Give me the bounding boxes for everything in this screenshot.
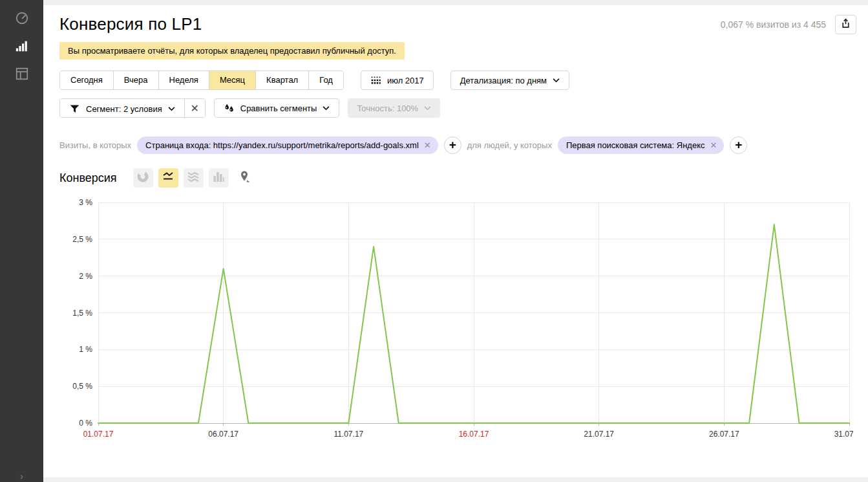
chart-type-columns-button xyxy=(209,168,229,188)
period-toolbar: Сегодня Вчера Неделя Месяц Квартал Год и… xyxy=(59,71,856,90)
svg-text:3 %: 3 % xyxy=(79,198,92,207)
segment-clear-button[interactable]: ✕ xyxy=(184,99,205,117)
dashboard-layout-icon[interactable] xyxy=(14,66,30,82)
svg-text:0 %: 0 % xyxy=(79,419,92,428)
segment-button[interactable]: Сегмент: 2 условия xyxy=(60,99,184,118)
people-condition-label: для людей, у которых xyxy=(467,140,552,150)
svg-text:06.07.17: 06.07.17 xyxy=(208,430,238,439)
svg-text:16.07.17: 16.07.17 xyxy=(459,430,489,439)
svg-text:1 %: 1 % xyxy=(79,345,92,354)
compare-segments-button[interactable]: Сравнить сегменты xyxy=(214,98,340,118)
tab-today[interactable]: Сегодня xyxy=(60,71,113,89)
svg-text:1,5 %: 1,5 % xyxy=(72,309,92,318)
svg-text:11.07.17: 11.07.17 xyxy=(333,430,363,439)
compare-segments-label: Сравнить сегменты xyxy=(240,104,317,113)
chart-svg: 0 %0,5 %1 %1,5 %2 %2,5 %3 %01.07.1706.07… xyxy=(59,197,853,442)
segment-toolbar: Сегмент: 2 условия ✕ Сравнить сег xyxy=(59,98,856,118)
conversion-line-chart[interactable]: 0 %0,5 %1 %1,5 %2 %2,5 %3 %01.07.1706.07… xyxy=(59,197,856,442)
chart-type-switcher xyxy=(133,168,255,188)
chip-close-icon[interactable]: ✕ xyxy=(710,140,717,150)
segment-group: Сегмент: 2 условия ✕ xyxy=(59,98,206,118)
add-visit-condition-button[interactable]: + xyxy=(444,137,461,154)
line-chart-icon xyxy=(162,170,175,186)
chevron-down-icon xyxy=(424,106,431,111)
svg-text:01.07.17: 01.07.17 xyxy=(83,430,114,439)
chart-section-header: Конверсия xyxy=(59,168,856,188)
chart-type-map-button[interactable] xyxy=(235,168,255,188)
visit-filter-chip[interactable]: Страница входа: https://yandex.ru/suppor… xyxy=(137,137,438,154)
filter-funnel-icon xyxy=(69,104,80,115)
svg-text:26.07.17: 26.07.17 xyxy=(709,430,739,439)
people-filter-text: Первая поисковая система: Яндекс xyxy=(566,140,705,150)
pie-chart-icon xyxy=(136,170,149,186)
calendar-grid-icon xyxy=(370,75,381,86)
tab-yesterday[interactable]: Вчера xyxy=(113,71,158,89)
tab-month[interactable]: Месяц xyxy=(209,71,255,89)
chevron-down-icon xyxy=(168,107,175,111)
filters-row: Визиты, в которых Страница входа: https:… xyxy=(59,137,856,154)
reports-bar-chart-icon[interactable] xyxy=(14,38,30,54)
summary-speedometer-icon[interactable] xyxy=(14,10,30,26)
visits-condition-label: Визиты, в которых xyxy=(59,140,131,150)
stacked-areas-icon xyxy=(187,170,200,186)
public-access-banner: Вы просматриваете отчёты, для которых вл… xyxy=(59,42,405,60)
people-filter-chip[interactable]: Первая поисковая система: Яндекс ✕ xyxy=(558,137,725,154)
detail-label: Детализация: по дням xyxy=(460,76,547,85)
export-icon xyxy=(840,18,851,31)
report-header: Конверсия по LP1 0,067 % визитов из 4 45… xyxy=(59,14,856,34)
period-tab-group: Сегодня Вчера Неделя Месяц Квартал Год xyxy=(59,71,344,90)
calendar-button[interactable]: июл 2017 xyxy=(361,71,434,90)
chip-close-icon[interactable]: ✕ xyxy=(424,140,431,150)
sidebar-expand-chevron-icon[interactable]: › xyxy=(20,471,23,481)
calendar-label: июл 2017 xyxy=(387,76,424,85)
tab-week[interactable]: Неделя xyxy=(158,71,209,89)
tab-year[interactable]: Год xyxy=(308,71,343,89)
svg-text:21.07.17: 21.07.17 xyxy=(584,430,614,439)
svg-text:2 %: 2 % xyxy=(79,272,92,281)
map-pin-icon xyxy=(238,170,251,186)
chart-type-areas-button xyxy=(184,168,204,188)
visits-stat: 0,067 % визитов из 4 455 xyxy=(721,19,826,30)
segment-label: Сегмент: 2 условия xyxy=(86,104,162,114)
page-background: Конверсия по LP1 0,067 % визитов из 4 45… xyxy=(43,0,868,482)
chart-section-title: Конверсия xyxy=(59,171,117,185)
add-people-condition-button[interactable]: + xyxy=(730,137,747,154)
tab-quarter[interactable]: Квартал xyxy=(255,71,308,89)
sidebar: › xyxy=(0,0,43,482)
column-chart-icon xyxy=(212,170,225,186)
report-card: Конверсия по LP1 0,067 % визитов из 4 45… xyxy=(43,5,868,477)
detail-dropdown[interactable]: Детализация: по дням xyxy=(450,71,569,90)
chart-type-pie-button xyxy=(133,168,153,188)
accuracy-dropdown: Точность: 100% xyxy=(348,98,440,118)
svg-text:0,5 %: 0,5 % xyxy=(72,382,92,391)
chart-type-line-button[interactable] xyxy=(158,168,178,188)
svg-text:31.07.17: 31.07.17 xyxy=(834,430,853,439)
chevron-down-icon xyxy=(553,78,560,83)
page-title: Конверсия по LP1 xyxy=(59,14,202,34)
header-right: 0,067 % визитов из 4 455 xyxy=(721,15,856,34)
visit-filter-text: Страница входа: https://yandex.ru/suppor… xyxy=(145,140,419,150)
droplets-icon xyxy=(224,103,235,114)
chevron-down-icon xyxy=(323,106,330,111)
accuracy-label: Точность: 100% xyxy=(357,104,418,113)
export-button[interactable] xyxy=(835,15,856,34)
svg-text:2,5 %: 2,5 % xyxy=(72,235,92,244)
